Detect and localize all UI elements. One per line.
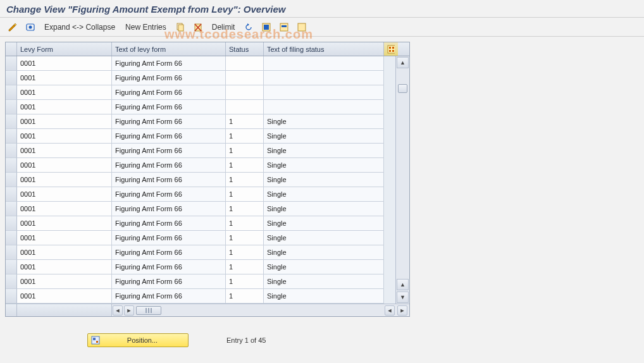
scroll-up-icon[interactable]: ▲ [397, 57, 409, 68]
delimit-button[interactable]: Delimit [208, 20, 239, 34]
cell-text-filing: Single [264, 144, 384, 158]
cell-levy-form[interactable]: 0001 [17, 216, 112, 231]
hscroll-thumb[interactable] [136, 306, 161, 315]
row-selector[interactable] [6, 216, 17, 231]
table-row: 0001Figuring Amt Form 661Single [6, 144, 395, 158]
select-block-icon[interactable] [276, 20, 292, 34]
svg-rect-19 [96, 341, 98, 343]
row-selector[interactable] [6, 245, 17, 260]
table-header-row: Levy Form Text of levy form Status Text … [6, 42, 409, 56]
cell-levy-form[interactable]: 0001 [17, 158, 112, 173]
footer-area: Position... Entry 1 of 45 [5, 333, 639, 347]
row-selector[interactable] [6, 274, 17, 289]
cell-status[interactable]: 1 [226, 187, 264, 202]
toggle-change-icon[interactable] [5, 20, 20, 34]
table-row: 0001Figuring Amt Form 661Single [6, 129, 395, 144]
svg-rect-18 [93, 338, 96, 340]
row-selector[interactable] [6, 114, 17, 129]
scroll-left-end-icon[interactable]: ◄ [385, 305, 395, 316]
cell-levy-form[interactable]: 0001 [17, 173, 112, 187]
other-view-icon[interactable] [23, 20, 38, 34]
cell-levy-form[interactable]: 0001 [17, 289, 112, 304]
position-button[interactable]: Position... [87, 333, 189, 347]
svg-rect-3 [178, 25, 183, 31]
cell-status[interactable]: 1 [226, 260, 264, 274]
cell-levy-form[interactable]: 0001 [17, 231, 112, 245]
cell-status[interactable] [226, 85, 264, 100]
cell-status[interactable]: 1 [226, 231, 264, 245]
scroll-left-icon[interactable]: ◄ [113, 305, 123, 316]
cell-status[interactable]: 1 [226, 114, 264, 129]
cell-levy-form[interactable]: 0001 [17, 56, 112, 71]
row-selector[interactable] [6, 158, 17, 173]
cell-text-levy: Figuring Amt Form 66 [112, 187, 226, 202]
row-selector[interactable] [6, 202, 17, 216]
scroll-track[interactable] [398, 69, 407, 278]
row-selector[interactable] [6, 289, 17, 304]
cell-levy-form[interactable]: 0001 [17, 260, 112, 274]
table-row: 0001Figuring Amt Form 661Single [6, 187, 395, 202]
cell-levy-form[interactable]: 0001 [17, 71, 112, 85]
cell-levy-form[interactable]: 0001 [17, 202, 112, 216]
cell-status[interactable] [226, 56, 264, 71]
cell-status[interactable]: 1 [226, 202, 264, 216]
cell-levy-form[interactable]: 0001 [17, 85, 112, 100]
row-selector[interactable] [6, 260, 17, 274]
cell-status[interactable]: 1 [226, 173, 264, 187]
row-selector[interactable] [6, 173, 17, 187]
cell-status[interactable] [226, 71, 264, 85]
cell-text-levy: Figuring Amt Form 66 [112, 260, 226, 274]
table-settings-icon[interactable] [384, 42, 398, 56]
cell-levy-form[interactable]: 0001 [17, 100, 112, 114]
scroll-thumb[interactable] [398, 84, 407, 93]
select-all-header[interactable] [6, 42, 17, 56]
table-row: 0001Figuring Amt Form 661Single [6, 231, 395, 245]
cell-levy-form[interactable]: 0001 [17, 274, 112, 289]
cell-status[interactable]: 1 [226, 289, 264, 304]
cell-status[interactable]: 1 [226, 129, 264, 144]
row-selector[interactable] [6, 144, 17, 158]
scroll-down-icon[interactable]: ▼ [397, 292, 409, 303]
cell-text-filing: Single [264, 289, 384, 304]
table-row: 0001Figuring Amt Form 661Single [6, 289, 395, 304]
horizontal-scrollbar[interactable]: ◄ ► [112, 304, 371, 316]
cell-status[interactable] [226, 100, 264, 114]
col-header-status[interactable]: Status [226, 42, 264, 56]
col-header-levy-form[interactable]: Levy Form [17, 42, 112, 56]
new-entries-button[interactable]: New Entries [121, 20, 170, 34]
cell-status[interactable]: 1 [226, 245, 264, 260]
entry-counter: Entry 1 of 45 [226, 336, 266, 344]
cell-text-filing: Single [264, 231, 384, 245]
row-selector[interactable] [6, 129, 17, 144]
scroll-down-small-icon[interactable]: ▲ [397, 279, 409, 290]
cell-levy-form[interactable]: 0001 [17, 144, 112, 158]
row-selector[interactable] [6, 71, 17, 85]
cell-text-levy: Figuring Amt Form 66 [112, 231, 226, 245]
deselect-all-icon[interactable] [294, 20, 309, 34]
copy-as-icon[interactable] [173, 20, 188, 34]
undo-change-icon[interactable] [241, 20, 256, 34]
cell-levy-form[interactable]: 0001 [17, 114, 112, 129]
row-selector[interactable] [6, 85, 17, 100]
select-all-icon[interactable] [259, 20, 274, 34]
delete-icon[interactable] [190, 20, 206, 34]
expand-collapse-button[interactable]: Expand <-> Collapse [40, 20, 119, 34]
row-selector[interactable] [6, 187, 17, 202]
cell-text-levy: Figuring Amt Form 66 [112, 274, 226, 289]
row-selector[interactable] [6, 100, 17, 114]
cell-status[interactable]: 1 [226, 158, 264, 173]
vertical-scrollbar[interactable]: ▲ ▲ ▼ [395, 56, 409, 304]
cell-levy-form[interactable]: 0001 [17, 129, 112, 144]
cell-status[interactable]: 1 [226, 216, 264, 231]
col-header-text-filing[interactable]: Text of filing status [264, 42, 384, 56]
cell-status[interactable]: 1 [226, 274, 264, 289]
row-selector[interactable] [6, 56, 17, 71]
cell-status[interactable]: 1 [226, 144, 264, 158]
col-header-text-levy[interactable]: Text of levy form [112, 42, 226, 56]
table-row: 0001Figuring Amt Form 661Single [6, 114, 395, 129]
cell-levy-form[interactable]: 0001 [17, 187, 112, 202]
cell-levy-form[interactable]: 0001 [17, 245, 112, 260]
scroll-right-icon[interactable]: ► [124, 305, 134, 316]
row-selector[interactable] [6, 231, 17, 245]
scroll-right-end-icon[interactable]: ► [397, 305, 407, 316]
